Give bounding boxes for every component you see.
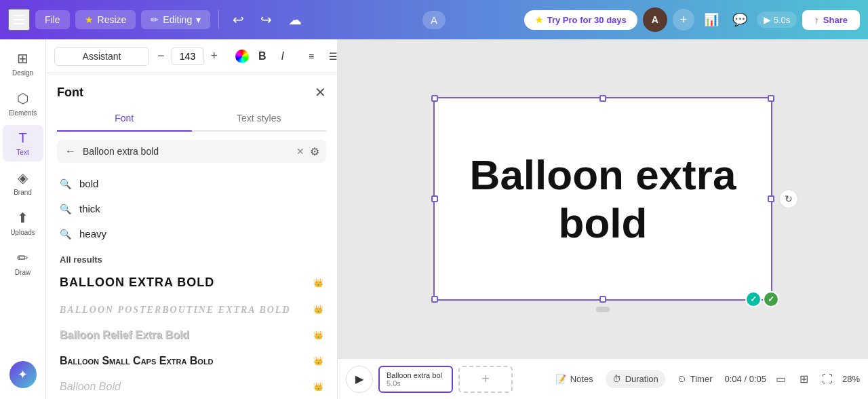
comment-badge-teal[interactable]: ✓ [745, 291, 762, 307]
scroll-indicator[interactable] [596, 307, 610, 312]
font-name-display: BALLOON EXTRA BOLD [60, 276, 309, 290]
suggestion-bold[interactable]: 🔍 bold [46, 171, 337, 196]
format-toolbar: Assistant − + B I ≡ ☰ ⇕ ▦ Effects ⋯ [46, 39, 337, 73]
premium-crown-icon-2: 👑 [313, 330, 323, 340]
nav-right-section: ★ Try Pro for 30 days A + 📊 💬 ▶ 5.0s ↑ S… [524, 7, 860, 32]
sidebar-item-text[interactable]: T Text [3, 125, 43, 162]
canvas-content[interactable]: Balloon extra bold ↻ ✓ ✓ [338, 39, 868, 358]
comment-icon-button[interactable]: 💬 [728, 8, 751, 31]
align-button[interactable]: ≡ [303, 48, 319, 65]
corner-handle-ml[interactable] [431, 195, 438, 202]
resize-button[interactable]: ★ Resize [75, 10, 136, 29]
user-avatar-button[interactable]: A [643, 7, 667, 32]
main-layout: ⊞ Design ⬡ Elements T Text ◈ Brand ⬆ Upl… [0, 39, 868, 399]
font-search-area: ← ✕ ⚙ [46, 132, 337, 168]
timeline-add-button[interactable]: + [458, 366, 513, 393]
suggestion-thick[interactable]: 🔍 thick [46, 196, 337, 221]
play-button[interactable]: ▶ [346, 366, 373, 393]
corner-handle-tm[interactable] [599, 95, 606, 102]
font-result-balloon-bold[interactable]: Balloon Bold 👑 [46, 374, 337, 399]
redo-button[interactable]: ↪ [255, 9, 277, 31]
resize-star-icon: ★ [85, 14, 94, 25]
premium-crown-icon-1: 👑 [313, 305, 323, 314]
single-view-button[interactable]: ▭ [772, 370, 790, 388]
search-back-button[interactable]: ← [64, 144, 77, 159]
list-button[interactable]: ☰ [323, 48, 338, 65]
share-button[interactable]: ↑ Share [802, 10, 860, 30]
duration-icon: ⏱ [612, 374, 621, 384]
comment-badge-green[interactable]: ✓ [763, 291, 779, 307]
editing-button[interactable]: ✏ Editing ▾ [141, 10, 210, 29]
font-panel: Assistant − + B I ≡ ☰ ⇕ ▦ Effects ⋯ Font… [46, 39, 338, 399]
corner-handle-tr[interactable] [768, 95, 774, 102]
search-suggestion-icon: 🔍 [60, 178, 71, 189]
font-name-display-1: BALLOON POSTERBOUTINE EXTRA BOLD [60, 303, 309, 316]
font-size-decrease-button[interactable]: − [153, 48, 169, 64]
font-size-input[interactable] [172, 48, 204, 65]
bottom-bar: ▶ Balloon extra bol 5.0s + 📝 Notes ⏱ Dur… [338, 358, 868, 399]
sidebar-item-design[interactable]: ⊞ Design [3, 45, 43, 82]
color-swatch [235, 50, 249, 63]
sidebar-item-elements[interactable]: ⬡ Elements [3, 85, 43, 122]
text-color-button[interactable] [235, 45, 249, 67]
font-result-balloon-poster[interactable]: BALLOON POSTERBOUTINE EXTRA BOLD 👑 [46, 297, 337, 322]
zoom-display: 28% [842, 374, 860, 384]
sidebar-item-uploads[interactable]: ⬆ Uploads [3, 204, 43, 242]
canvas-frame[interactable]: Balloon extra bold ↻ ✓ ✓ [433, 97, 772, 301]
bold-button[interactable]: B [253, 47, 272, 66]
draw-icon: ✏ [17, 250, 28, 266]
editing-pencil-icon: ✏ [151, 14, 159, 25]
font-selector-dropdown[interactable]: Assistant [54, 47, 149, 66]
suggestion-text-thick: thick [79, 203, 100, 214]
file-menu-button[interactable]: File [35, 10, 70, 29]
canvas-text[interactable]: Balloon extra bold [435, 151, 771, 247]
search-suggestion-icon-2: 🔍 [60, 204, 71, 214]
italic-button[interactable]: I [276, 47, 290, 66]
fullscreen-button[interactable]: ⛶ [818, 370, 837, 388]
font-panel-close-button[interactable]: ✕ [315, 84, 326, 100]
corner-handle-bm[interactable] [599, 296, 606, 303]
try-pro-button[interactable]: ★ Try Pro for 30 days [524, 10, 637, 30]
bottom-right: 📝 Notes ⏱ Duration ⏲ Timer 0:04 / 0:05 ▭… [549, 370, 860, 388]
font-result-balloon-small-caps[interactable]: Balloon Small Caps Extra Bold 👑 [46, 348, 337, 374]
tab-font[interactable]: Font [57, 106, 192, 132]
sidebar-item-draw[interactable]: ✏ Draw [3, 244, 43, 282]
grid-view-button[interactable]: ⊞ [795, 370, 812, 388]
corner-handle-tl[interactable] [431, 95, 438, 102]
cloud-save-button[interactable]: ☁ [283, 9, 307, 31]
add-button[interactable]: + [673, 9, 694, 31]
uploads-icon: ⬆ [17, 210, 28, 226]
analytics-icon-button[interactable]: 📊 [700, 8, 723, 31]
timeline-item-1[interactable]: Balloon extra bol 5.0s [378, 366, 453, 393]
font-panel-header: Font ✕ [46, 73, 337, 106]
preview-play-button[interactable]: ▶ [764, 14, 771, 25]
corner-handle-bl[interactable] [431, 296, 438, 303]
tab-text-styles[interactable]: Text styles [192, 106, 327, 132]
timer-button[interactable]: ⏲ Timer [671, 370, 719, 388]
font-search-input[interactable] [83, 146, 291, 157]
notes-button[interactable]: 📝 Notes [549, 370, 600, 388]
font-indicator-button[interactable]: A [422, 11, 446, 29]
brand-icon: ◈ [18, 170, 28, 186]
font-result-balloon-relief[interactable]: Balloon Relief Extra Bold 👑 [46, 322, 337, 348]
design-icon: ⊞ [17, 50, 28, 66]
hamburger-menu[interactable] [8, 9, 30, 31]
left-sidebar: ⊞ Design ⬡ Elements T Text ◈ Brand ⬆ Upl… [0, 39, 46, 399]
duration-button[interactable]: ⏱ Duration [606, 370, 665, 388]
comment-badges: ✓ ✓ [745, 291, 779, 307]
premium-crown-icon-0: 👑 [313, 278, 323, 288]
rotate-handle[interactable]: ↻ [779, 189, 798, 208]
timer-icon: ⏲ [677, 374, 686, 384]
suggestion-heavy[interactable]: 🔍 heavy [46, 221, 337, 246]
font-results-list: All results BALLOON EXTRA BOLD 👑 BALLOON… [46, 249, 337, 399]
undo-button[interactable]: ↩ [227, 9, 250, 31]
font-name-display-2: Balloon Relief Extra Bold [60, 329, 309, 341]
search-clear-button[interactable]: ✕ [296, 146, 304, 157]
font-name-display-3: Balloon Small Caps Extra Bold [60, 355, 309, 367]
magic-button[interactable]: ✦ [9, 361, 37, 388]
search-filter-button[interactable]: ⚙ [310, 145, 319, 158]
font-result-balloon-extra-bold[interactable]: BALLOON EXTRA BOLD 👑 [46, 269, 337, 297]
corner-handle-mr[interactable] [768, 195, 774, 202]
font-size-increase-button[interactable]: + [207, 48, 222, 64]
sidebar-item-brand[interactable]: ◈ Brand [3, 164, 43, 202]
